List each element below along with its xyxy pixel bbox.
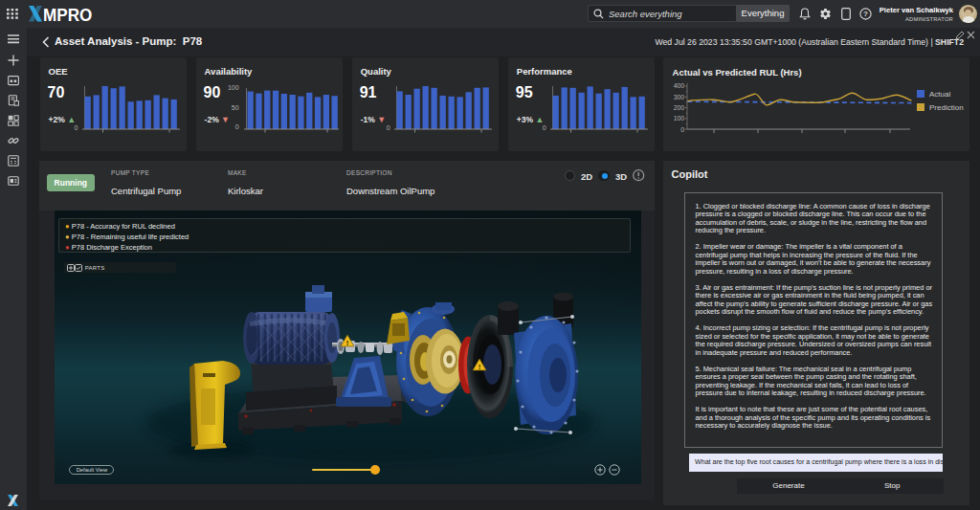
svg-text:0: 0 xyxy=(680,125,684,132)
svg-text:300: 300 xyxy=(673,93,684,100)
svg-text:Prediction: Prediction xyxy=(929,103,964,112)
svg-text:!: ! xyxy=(479,363,481,371)
svg-text:!: ! xyxy=(346,339,349,347)
svg-text:400: 400 xyxy=(673,82,684,89)
svg-text:MPRO: MPRO xyxy=(43,6,92,23)
svg-text:100: 100 xyxy=(673,115,684,122)
svg-text:Actual: Actual xyxy=(929,90,950,99)
svg-text:200: 200 xyxy=(673,103,684,110)
svg-text:?: ? xyxy=(863,10,868,18)
